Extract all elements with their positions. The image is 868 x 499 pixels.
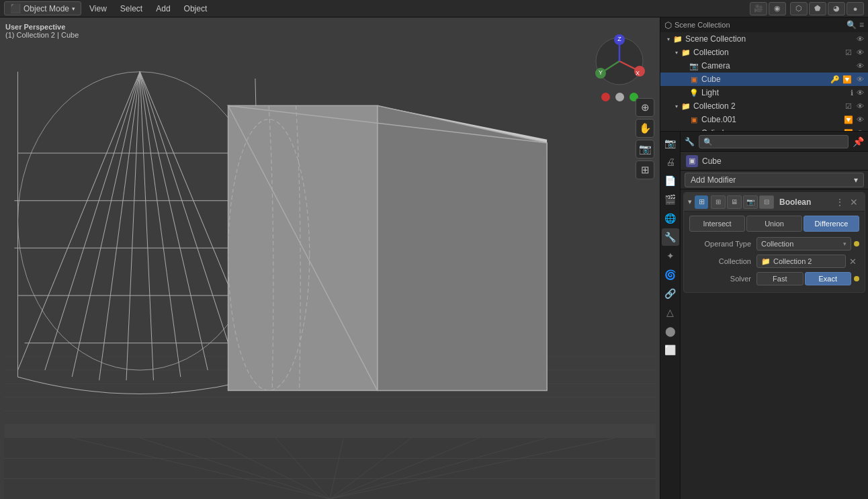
obj-type-icon: ▣ <box>686 155 698 167</box>
outliner-icon: ⬡ <box>664 20 672 30</box>
props-particles-icon[interactable]: ✦ <box>662 247 679 265</box>
camera-perspective-tool[interactable]: 📷 <box>636 140 654 158</box>
collection-field[interactable]: 📁 Collection 2 <box>756 255 846 268</box>
cube001-visibility[interactable]: 👁 <box>855 116 865 124</box>
props-data-icon[interactable]: △ <box>662 304 679 321</box>
collection2-check[interactable]: ☑ <box>845 102 852 111</box>
collection-prop-label: Collection <box>689 257 756 265</box>
hand-tool[interactable]: ✋ <box>636 119 654 138</box>
topbar-right: 🎥 ◉ ⬡ ⬟ ◕ ● <box>750 2 864 15</box>
outliner-collection-1[interactable]: ▾ 📁 Collection ☑ 👁 <box>660 46 868 59</box>
collection1-collapse[interactable]: ▾ <box>672 48 681 56</box>
outliner-cube001[interactable]: ▸ ▣ Cube.001 🔽 👁 <box>660 113 868 126</box>
grid-tool[interactable]: ⊞ <box>636 161 654 179</box>
outliner-search-icon[interactable]: 🔍 <box>847 20 857 30</box>
light-actions: ℹ 👁 <box>851 89 865 97</box>
props-scene-icon[interactable]: 🎬 <box>662 191 679 208</box>
cube-visibility[interactable]: 👁 <box>855 75 865 83</box>
collection-field-icon: 📁 <box>761 257 771 266</box>
menu-object[interactable]: Object <box>179 3 213 15</box>
mode-icon: ⬛ <box>10 3 21 13</box>
outliner-cube[interactable]: ▸ ▣ Cube 🔑 🔽 👁 <box>660 73 868 86</box>
operand-type-dot <box>854 241 859 246</box>
outliner-title: Scene Collection <box>675 21 730 29</box>
menu-select[interactable]: Select <box>115 3 148 15</box>
cursor-tool[interactable]: ⊕ <box>636 98 654 117</box>
operand-type-dropdown[interactable]: Collection ▾ <box>756 237 851 251</box>
op-difference-button[interactable]: Difference <box>804 216 859 232</box>
add-modifier-button[interactable]: Add Modifier ▾ <box>685 173 864 187</box>
props-world-icon[interactable]: 🌐 <box>662 210 679 227</box>
cube-actions: 🔑 🔽 👁 <box>830 75 865 84</box>
collection2-collapse[interactable]: ▾ <box>672 102 681 110</box>
mode-dropdown-icon: ▾ <box>72 5 75 12</box>
operand-type-label: Operand Type <box>689 240 756 248</box>
outliner-camera[interactable]: ▸ 📷 Camera 👁 <box>660 59 868 73</box>
camera-visibility[interactable]: 👁 <box>855 62 865 70</box>
mod-edit-mode[interactable]: ⊟ <box>759 195 774 209</box>
camera-actions: 👁 <box>855 62 865 70</box>
props-view-layer-icon[interactable]: 📄 <box>662 172 679 189</box>
props-pin-icon[interactable]: 📌 <box>853 136 864 147</box>
gizmo-z-label: Z <box>617 36 621 42</box>
outliner-scene-collection[interactable]: ▾ 📁 Scene Collection 👁 <box>660 32 868 46</box>
props-modifier-icon[interactable]: 🔧 <box>662 228 679 246</box>
props-output-icon[interactable]: 🖨 <box>662 153 679 171</box>
props-header: 🔧 📌 <box>681 132 868 152</box>
mod-apply-on-spline[interactable]: ⊞ <box>711 195 726 209</box>
props-object-icon[interactable]: ⬜ <box>662 341 679 359</box>
obj-name-label: Cube <box>702 156 722 166</box>
wireframe-icon[interactable]: ⬡ <box>790 2 808 15</box>
viewport-shading-icon[interactable]: ◉ <box>769 2 786 15</box>
solver-fast-button[interactable]: Fast <box>756 272 804 285</box>
outliner-cylinder[interactable]: ▸ ⬭ Cylinder 🔽 👁 <box>660 126 868 132</box>
scene-collection-label: Scene Collection <box>685 34 855 44</box>
properties-panel: 📷 🖨 📄 🎬 🌐 🔧 ✦ 🌀 🔗 △ ⬤ ⬜ 🔧 📌 <box>660 132 868 499</box>
light-visibility[interactable]: 👁 <box>855 89 865 97</box>
collection-clear-button[interactable]: ✕ <box>846 255 859 268</box>
viewport[interactable]: User Perspective (1) Collection 2 | Cube… <box>0 17 660 499</box>
menu-add[interactable]: Add <box>150 3 175 15</box>
collection1-check[interactable]: ☑ <box>845 48 852 57</box>
cube001-actions: 🔽 👁 <box>844 116 865 124</box>
collection2-visibility[interactable]: 👁 <box>855 102 865 110</box>
props-search-input[interactable] <box>699 135 849 148</box>
props-constraints-icon[interactable]: 🔗 <box>662 285 679 302</box>
gizmo-y-label: Y <box>599 69 603 76</box>
modifier-icons-left: ⊞ 🖥 📷 ⊟ <box>711 195 774 209</box>
mod-render[interactable]: 📷 <box>743 195 758 209</box>
material-icon[interactable]: ◕ <box>828 2 845 15</box>
render-icon[interactable]: ● <box>847 2 864 15</box>
props-physics-icon[interactable]: 🌀 <box>662 266 679 283</box>
outliner-filter-icon[interactable]: ≡ <box>859 20 864 30</box>
op-union-button[interactable]: Union <box>746 216 802 232</box>
props-render-icon[interactable]: 📷 <box>662 134 679 152</box>
props-material-icon[interactable]: ⬤ <box>662 322 679 340</box>
scene-visibility-icon[interactable]: 👁 <box>855 35 865 43</box>
solver-label: Solver <box>689 275 756 283</box>
modifier-dots-menu[interactable]: ⋮ <box>835 197 844 208</box>
collection1-visibility[interactable]: 👁 <box>855 48 865 56</box>
mod-realtime[interactable]: 🖥 <box>727 195 742 209</box>
solid-icon[interactable]: ⬟ <box>809 2 826 15</box>
solver-exact-button[interactable]: Exact <box>805 272 852 285</box>
cube-filter-icon: 🔽 <box>842 75 852 84</box>
menu-view[interactable]: View <box>84 3 112 15</box>
top-menubar: ⬛ Object Mode ▾ View Select Add Object 🎥… <box>0 0 868 17</box>
modifier-close-button[interactable]: ✕ <box>847 195 861 209</box>
outliner-light[interactable]: ▸ 💡 Light ℹ 👁 <box>660 86 868 99</box>
modifier-expand-icon[interactable]: ▾ <box>688 197 692 206</box>
viewport-context-label: (1) Collection 2 | Cube <box>5 31 79 39</box>
object-mode-button[interactable]: ⬛ Object Mode ▾ <box>4 1 81 15</box>
camera-overlay-icon[interactable]: 🎥 <box>750 2 767 15</box>
props-content: 🔧 📌 ▣ Cube Add Modifier ▾ <box>681 132 868 499</box>
operand-type-row: Operand Type Collection ▾ <box>689 236 859 252</box>
viewport-tools: ⊕ ✋ 📷 ⊞ <box>636 98 654 179</box>
operation-row: Intersect Union Difference <box>689 216 859 232</box>
collection2-label: Collection 2 <box>693 101 845 111</box>
outliner-collection-2[interactable]: ▾ 📁 Collection 2 ☑ 👁 <box>660 99 868 113</box>
nav-gizmo[interactable]: X Y Z <box>593 34 646 88</box>
op-intersect-button[interactable]: Intersect <box>689 216 745 232</box>
scene-collection-collapse[interactable]: ▾ <box>664 35 672 43</box>
viewport-mode-label: User Perspective <box>5 23 79 31</box>
